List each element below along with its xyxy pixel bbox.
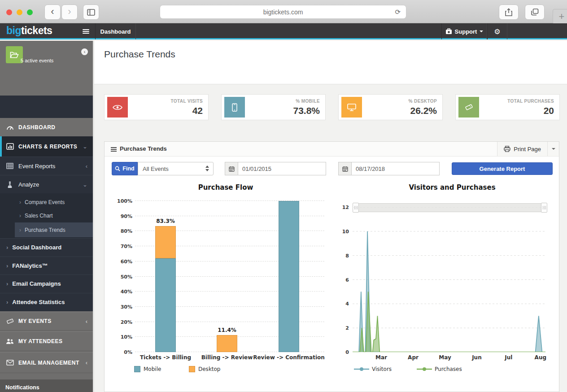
bar-value-label: 83.3% — [156, 218, 175, 224]
bar-segment-desktop — [155, 226, 176, 258]
sidebar-item-charts-reports[interactable]: CHARTS & REPORTS ⌄ — [0, 136, 93, 157]
sidebar-item-dashboard[interactable]: DASHBOARD — [0, 118, 93, 136]
hamburger-icon — [83, 28, 89, 35]
bar-segment-desktop — [217, 335, 237, 352]
folder-open-icon — [10, 51, 19, 58]
tabs-overview-button[interactable] — [525, 4, 545, 20]
sidebar-lower-section: MY EVENTS ‹ MY ATTENDEES EMAIL MANAGEMEN… — [0, 311, 93, 392]
chevron-right-icon: › — [6, 262, 8, 269]
nav-menu-toggle[interactable] — [76, 23, 95, 39]
sidebar-item-fanalytics[interactable]: ›FANalytics™ — [0, 257, 93, 275]
y-tick-label: 10 — [331, 229, 349, 235]
x-tick-label: May — [439, 354, 451, 361]
back-button[interactable]: ‹ — [44, 4, 61, 20]
url-bar[interactable]: bigtickets.com ⟳ — [160, 5, 406, 19]
share-button[interactable] — [499, 4, 519, 20]
page-header: Purchase Trends — [94, 41, 567, 84]
event-filter-select[interactable]: All Events — [138, 162, 214, 175]
date-to-input[interactable]: 08/17/2018 — [352, 162, 440, 175]
date-from-input[interactable]: 01/01/2015 — [238, 162, 326, 175]
bigtickets-logo[interactable]: bigtickets — [6, 25, 52, 37]
chevron-down-icon — [480, 30, 483, 32]
url-text: bigtickets.com — [263, 9, 303, 16]
nav-settings[interactable]: ⚙ — [487, 23, 507, 39]
line-chart-x-axis: MarAprMayJunJulAug — [353, 354, 545, 362]
line-chart-y-axis: 024681012 — [331, 207, 349, 352]
bar-chart-y-axis: 0%10%20%30%40%50%60%70%80%90%100% — [114, 201, 132, 352]
desktop-icon — [341, 97, 362, 118]
y-tick-label: 2 — [331, 325, 349, 331]
sidebar-toggle-button[interactable] — [83, 4, 99, 20]
y-tick-label: 20% — [114, 319, 132, 325]
chevron-down-icon — [552, 148, 555, 150]
line-chart-plot — [353, 207, 545, 352]
sidebar-icon — [87, 9, 95, 16]
x-category-label: Review -> Confirmation — [251, 354, 327, 361]
ticket-icon — [458, 97, 479, 118]
find-button[interactable]: Find — [112, 162, 138, 175]
new-tab-button[interactable]: + — [553, 9, 567, 24]
y-tick-label: 90% — [114, 213, 132, 219]
y-tick-label: 12 — [331, 205, 349, 210]
close-window-button[interactable] — [6, 9, 12, 15]
panel-header: Purchase Trends Print Page — [105, 142, 559, 157]
notifications-header: Notifications — [0, 379, 93, 392]
ticket-icon — [6, 318, 14, 324]
x-tick-label: Jul — [505, 354, 512, 361]
eye-icon — [107, 97, 128, 118]
chevron-down-icon: ⌄ — [83, 143, 87, 150]
mobile-icon — [224, 97, 245, 118]
y-tick-label: 10% — [114, 334, 132, 340]
purchase-trends-panel: Purchase Trends Print Page Find All Even… — [104, 141, 559, 392]
chevron-right-icon: › — [6, 280, 8, 287]
y-tick-label: 80% — [114, 228, 132, 234]
area-visitors — [353, 231, 545, 352]
print-page-button[interactable]: Print Page — [497, 142, 547, 156]
search-icon — [115, 166, 120, 171]
x-tick-label: Jun — [472, 354, 482, 361]
plus-icon: + — [559, 11, 565, 22]
bar-chart-plot: 83.3%11.4% — [135, 201, 324, 352]
y-tick-label: 40% — [114, 289, 132, 295]
gear-icon: ⚙ — [494, 27, 500, 36]
legend-line-icon — [417, 367, 432, 371]
share-icon — [505, 8, 512, 16]
reload-icon[interactable]: ⟳ — [395, 8, 401, 16]
submenu-item-compare-events[interactable]: ›Compare Events — [15, 196, 93, 209]
printer-icon — [504, 146, 510, 152]
sidebar-item-attendee-statistics[interactable]: ›Attendee Statistics — [0, 293, 93, 311]
sidebar-item-my-events[interactable]: MY EVENTS ‹ — [0, 312, 93, 331]
nav-dashboard[interactable]: Dashboard — [95, 23, 136, 39]
sidebar-item-analyze[interactable]: Analyze ⌄ — [0, 175, 93, 193]
sidebar-collapse-button[interactable]: ‹ — [81, 48, 88, 55]
submenu-item-purchase-trends[interactable]: ›Purchase Trends — [15, 222, 93, 237]
panel-menu-icon[interactable] — [111, 146, 117, 152]
print-options-button[interactable] — [547, 142, 559, 156]
table-icon — [6, 163, 14, 169]
active-events-count: 5 active events — [21, 58, 53, 63]
sidebar-item-event-reports[interactable]: Event Reports ‹ — [0, 157, 93, 175]
chevron-left-icon: ‹ — [86, 318, 87, 325]
y-tick-label: 0 — [331, 349, 349, 355]
sidebar-item-email-campaigns[interactable]: ›Email Campaigns — [0, 274, 93, 293]
generate-report-button[interactable]: Generate Report — [452, 162, 553, 175]
y-tick-label: 100% — [114, 198, 132, 204]
bar-segment-mobile — [155, 258, 176, 352]
forward-button[interactable]: › — [61, 4, 78, 20]
legend-desktop: Desktop — [189, 366, 221, 372]
browser-chrome: ‹ › bigtickets.com ⟳ + — [0, 0, 567, 23]
sidebar-item-email-management[interactable]: EMAIL MANAGEMENT ‹ — [0, 352, 93, 373]
submenu-item-sales-chart[interactable]: ›Sales Chart — [15, 209, 93, 222]
page-title: Purchase Trends — [104, 49, 175, 60]
dashboard-gauge-icon — [6, 124, 14, 131]
zoom-window-button[interactable] — [27, 9, 33, 15]
users-icon — [6, 338, 14, 344]
sidebar-item-my-attendees[interactable]: MY ATTENDEES — [0, 331, 93, 351]
nav-support[interactable]: Support — [441, 23, 487, 39]
minimize-window-button[interactable] — [17, 9, 22, 15]
line-purchases — [353, 292, 545, 352]
sidebar-item-social-dashboard[interactable]: ›Social Dashboard — [0, 238, 93, 257]
legend-swatch — [134, 366, 140, 372]
select-stepper-icon — [205, 166, 209, 171]
flask-icon — [6, 181, 14, 188]
